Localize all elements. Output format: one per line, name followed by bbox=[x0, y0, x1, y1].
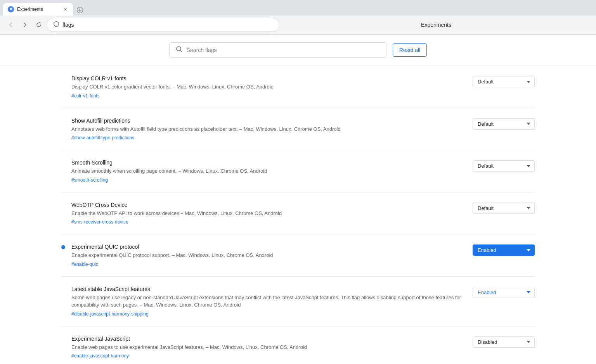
tab-bar: ⚑ Experiments ✕ bbox=[0, 0, 596, 16]
flag-control: DefaultEnabledDisabled bbox=[473, 244, 535, 256]
tab-title: Experiments bbox=[17, 7, 59, 12]
reload-button[interactable] bbox=[33, 19, 45, 31]
address-bar[interactable]: flags bbox=[47, 18, 279, 32]
flag-select[interactable]: DefaultEnabledDisabled bbox=[473, 287, 535, 298]
flag-description: Enable experimental QUIC protocol suppor… bbox=[71, 251, 466, 259]
browser-chrome: ⚑ Experiments ✕ flags Experiments bbox=[0, 0, 596, 35]
flag-select[interactable]: DefaultEnabledDisabled bbox=[473, 244, 535, 256]
flag-description: Enable the WebOTP API to work across dev… bbox=[71, 210, 466, 217]
flag-name: Latest stable JavaScript features bbox=[71, 286, 466, 292]
active-tab[interactable]: ⚑ Experiments ✕ bbox=[3, 3, 73, 16]
flag-item: Show Autofill predictionsAnnotates web f… bbox=[61, 108, 535, 151]
tab-favicon: ⚑ bbox=[8, 6, 14, 12]
flag-control: DefaultEnabledDisabled bbox=[473, 336, 535, 348]
flag-anchor[interactable]: #sms-receiver-cross-device bbox=[71, 219, 128, 225]
flag-description: Annotates web forms with Autofill field … bbox=[71, 125, 466, 133]
flag-item: Latest stable JavaScript featuresSome we… bbox=[61, 277, 535, 326]
forward-button[interactable] bbox=[19, 19, 31, 31]
flag-content: Display COLR v1 fontsDisplay COLR v1 col… bbox=[71, 75, 466, 99]
page-title: Experiments bbox=[281, 22, 591, 28]
flag-name: Smooth Scrolling bbox=[71, 159, 466, 166]
flag-description: Display COLR v1 color gradient vector fo… bbox=[71, 83, 466, 91]
flag-content: Experimental QUIC protocolEnable experim… bbox=[71, 244, 466, 267]
flag-name: Display COLR v1 fonts bbox=[71, 75, 466, 81]
flag-anchor[interactable]: #enable-quic bbox=[71, 262, 98, 267]
flag-control: DefaultEnabledDisabled bbox=[473, 118, 535, 130]
nav-bar: flags Experiments bbox=[0, 16, 596, 34]
flag-name: Show Autofill predictions bbox=[71, 118, 466, 124]
flag-content: Show Autofill predictionsAnnotates web f… bbox=[71, 118, 466, 141]
flag-description: Animate smoothly when scrolling page con… bbox=[71, 167, 466, 175]
flag-anchor[interactable]: #smooth-scrolling bbox=[71, 177, 108, 183]
flag-content: Smooth ScrollingAnimate smoothly when sc… bbox=[71, 159, 466, 183]
flag-control: DefaultEnabledDisabled bbox=[473, 287, 535, 298]
search-input[interactable] bbox=[187, 47, 380, 53]
flag-description: Enable web pages to use experimental Jav… bbox=[71, 343, 466, 351]
flag-control: DefaultEnabledDisabled bbox=[473, 203, 535, 214]
flag-description: Some web pages use legacy or non-standar… bbox=[71, 294, 466, 309]
flag-item: Experimental QUIC protocolEnable experim… bbox=[61, 234, 535, 277]
new-tab-button[interactable] bbox=[74, 5, 85, 16]
svg-point-1 bbox=[177, 47, 181, 51]
flag-select[interactable]: DefaultEnabledDisabled bbox=[473, 203, 535, 214]
flag-content: Latest stable JavaScript featuresSome we… bbox=[71, 286, 466, 317]
flag-content: WebOTP Cross DeviceEnable the WebOTP API… bbox=[71, 202, 466, 225]
flags-list: Display COLR v1 fontsDisplay COLR v1 col… bbox=[54, 66, 542, 364]
flag-anchor[interactable]: #enable-javascript-harmony bbox=[71, 353, 129, 359]
flag-control: DefaultEnabledDisabled bbox=[473, 76, 535, 87]
flag-name: WebOTP Cross Device bbox=[71, 202, 466, 208]
flag-anchor[interactable]: #show-autofill-type-predictions bbox=[71, 135, 134, 140]
flag-control: DefaultEnabledDisabled bbox=[473, 160, 535, 172]
flag-name: Experimental QUIC protocol bbox=[71, 244, 466, 250]
flag-item: WebOTP Cross DeviceEnable the WebOTP API… bbox=[61, 192, 535, 235]
flag-content: Experimental JavaScriptEnable web pages … bbox=[71, 336, 466, 359]
flag-item: Smooth ScrollingAnimate smoothly when sc… bbox=[61, 150, 535, 192]
flag-select[interactable]: DefaultEnabledDisabled bbox=[473, 118, 535, 130]
address-text: flags bbox=[62, 22, 74, 28]
search-icon bbox=[176, 46, 183, 54]
page-content: Reset all Display COLR v1 fontsDisplay C… bbox=[0, 35, 596, 364]
flag-item: Display COLR v1 fontsDisplay COLR v1 col… bbox=[61, 66, 535, 108]
flag-anchor[interactable]: #colr-v1-fonts bbox=[71, 93, 100, 99]
flag-name: Experimental JavaScript bbox=[71, 336, 466, 342]
address-shield-icon bbox=[53, 21, 59, 28]
reset-all-button[interactable]: Reset all bbox=[393, 43, 427, 57]
search-bar bbox=[169, 42, 386, 58]
tab-close-button[interactable]: ✕ bbox=[62, 6, 68, 12]
back-button[interactable] bbox=[5, 19, 17, 31]
flag-select[interactable]: DefaultEnabledDisabled bbox=[473, 336, 535, 348]
flag-anchor[interactable]: #disable-javascript-harmony-shipping bbox=[71, 311, 149, 317]
flag-select[interactable]: DefaultEnabledDisabled bbox=[473, 160, 535, 172]
flag-indicator bbox=[61, 245, 65, 249]
flag-item: Experimental JavaScriptEnable web pages … bbox=[61, 326, 535, 364]
flag-select[interactable]: DefaultEnabledDisabled bbox=[473, 76, 535, 87]
search-container: Reset all bbox=[0, 35, 596, 66]
